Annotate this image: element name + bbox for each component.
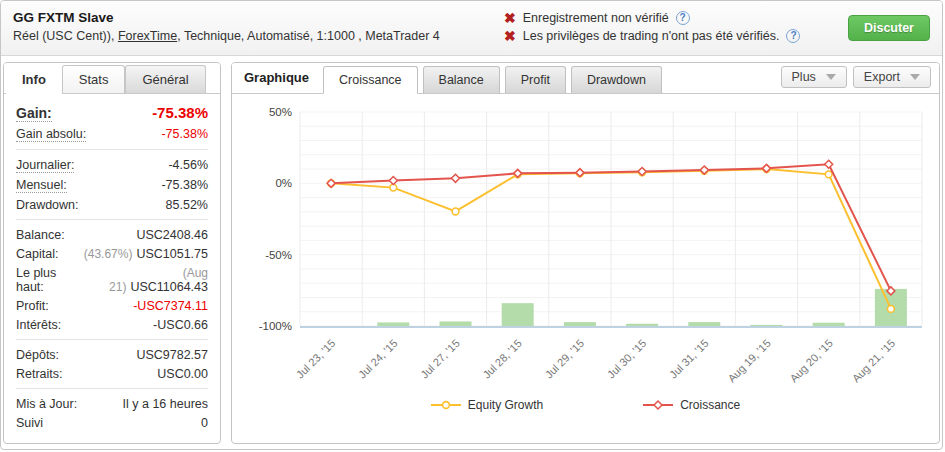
verification-text: Enregistrement non vérifié: [523, 11, 669, 25]
volume-bar[interactable]: [502, 303, 534, 326]
chart-legend: Equity GrowthCroissance: [232, 394, 939, 420]
stat-value: -75.38%: [161, 127, 208, 141]
stat-label: Dépôts:: [16, 348, 59, 362]
stat-row-highest: Le plus haut: (Aug 21)USC11064.43: [16, 263, 208, 296]
stat-value: (Aug 21)USC11064.43: [85, 266, 208, 294]
sidebar-tabs: Info Stats Général: [4, 63, 220, 94]
tab-info[interactable]: Info: [6, 66, 62, 94]
tab-drawdown[interactable]: Drawdown: [571, 66, 662, 93]
y-axis-label: -100%: [259, 320, 292, 332]
legend-item-croissance[interactable]: Croissance: [643, 398, 740, 412]
divider: [16, 149, 208, 150]
stat-row-abs-gain: Gain absolu: -75.38%: [16, 124, 208, 144]
data-point[interactable]: [825, 160, 833, 168]
tab-balance[interactable]: Balance: [423, 66, 500, 93]
stat-label: Gain:: [16, 105, 52, 122]
verification-row-registration: ✖ Enregistrement non vérifié ?: [504, 11, 800, 25]
x-axis-label: Jul 29, '15: [543, 337, 587, 381]
verification-row-trading: ✖ Les privilèges de trading n'ont pas ét…: [504, 29, 800, 43]
data-point[interactable]: [825, 171, 832, 178]
page-content: Info Stats Général Gain: -75.38% Gain ab…: [1, 56, 942, 450]
growth-chart[interactable]: 50%0%-50%-100%Jul 23, '15Jul 24, '15Jul …: [232, 102, 930, 390]
more-dropdown[interactable]: Plus: [781, 66, 847, 88]
stat-row-profit: Profit: -USC7374.11: [16, 296, 208, 315]
chart-panel: Graphique Croissance Balance Profit Draw…: [231, 62, 940, 444]
tab-stats[interactable]: Stats: [62, 65, 126, 93]
discuss-button[interactable]: Discuter: [848, 15, 930, 41]
volume-bar[interactable]: [440, 321, 472, 326]
x-axis-label: Jul 28, '15: [480, 337, 524, 381]
x-axis-label: Jul 23, '15: [294, 337, 338, 381]
account-header: GG FXTM Slave Réel (USC Cent)), ForexTim…: [1, 1, 942, 56]
stat-label: Journalier:: [16, 158, 74, 173]
stat-row-updated: Mis à Jour: Il y a 16 heures: [16, 394, 208, 413]
stat-row-monthly: Mensuel: -75.38%: [16, 175, 208, 195]
x-axis-label: Jul 31, '15: [667, 337, 711, 381]
volume-bar[interactable]: [377, 322, 409, 326]
chart-area: 50%0%-50%-100%Jul 23, '15Jul 24, '15Jul …: [232, 94, 939, 443]
help-icon[interactable]: ?: [676, 11, 690, 25]
stat-row-withdrawals: Retraits: USC0.00: [16, 364, 208, 383]
stat-value: -75.38%: [152, 104, 208, 121]
stat-value: 0: [201, 416, 208, 430]
stat-label: Gain absolu:: [16, 127, 86, 142]
stat-row-daily: Journalier: -4.56%: [16, 155, 208, 175]
legend-label: Croissance: [680, 398, 740, 412]
chevron-down-icon: [910, 74, 920, 80]
stat-row-interest: Intérêts: -USC0.66: [16, 315, 208, 334]
divider: [16, 219, 208, 220]
stat-label: Profit:: [16, 299, 49, 313]
stat-row-equity: Capital: (43.67%)USC1051.75: [16, 244, 208, 263]
x-axis-label: Jul 30, '15: [605, 337, 649, 381]
stat-value: USC2408.46: [136, 228, 208, 242]
stat-value: -4.56%: [168, 158, 208, 172]
red-x-icon: ✖: [504, 11, 516, 25]
x-axis-label: Jul 27, '15: [418, 337, 462, 381]
divider: [16, 388, 208, 389]
stat-sub-value: (43.67%): [84, 247, 133, 261]
stats-list: Gain: -75.38% Gain absolu: -75.38% Journ…: [4, 94, 220, 439]
stat-label: Le plus haut:: [16, 266, 85, 294]
red-x-icon: ✖: [504, 29, 516, 43]
account-page: GG FXTM Slave Réel (USC Cent)), ForexTim…: [0, 0, 943, 450]
help-icon[interactable]: ?: [786, 29, 800, 43]
legend-marker-icon: [431, 399, 461, 411]
tab-general[interactable]: Général: [125, 65, 205, 93]
broker-link[interactable]: ForexTime: [118, 29, 177, 43]
stat-label: Mis à Jour:: [16, 397, 77, 411]
data-point[interactable]: [888, 305, 895, 312]
tab-croissance[interactable]: Croissance: [323, 66, 418, 94]
export-dropdown[interactable]: Export: [853, 66, 931, 88]
divider: [16, 339, 208, 340]
stat-label: Mensuel:: [16, 178, 67, 193]
stat-value: USC9782.57: [136, 348, 208, 362]
legend-label: Equity Growth: [468, 398, 543, 412]
data-point[interactable]: [452, 208, 459, 215]
stat-label: Retraits:: [16, 367, 63, 381]
stat-row-gain: Gain: -75.38%: [16, 101, 208, 124]
volume-bar[interactable]: [813, 323, 845, 326]
data-point[interactable]: [452, 174, 460, 182]
legend-item-equity-growth[interactable]: Equity Growth: [431, 398, 543, 412]
x-axis-label: Aug 21, '15: [850, 337, 898, 385]
x-axis-label: Aug 20, '15: [788, 337, 836, 385]
legend-marker-icon: [643, 399, 673, 411]
stat-label: Balance:: [16, 228, 65, 242]
volume-bar[interactable]: [688, 322, 720, 326]
stat-row-balance: Balance: USC2408.46: [16, 225, 208, 244]
stat-row-deposits: Dépôts: USC9782.57: [16, 345, 208, 364]
volume-bar[interactable]: [626, 324, 658, 326]
y-axis-label: 0%: [275, 177, 292, 189]
tab-profit[interactable]: Profit: [505, 66, 566, 93]
stat-value: -75.38%: [161, 178, 208, 192]
stat-value: (43.67%)USC1051.75: [84, 247, 208, 261]
growth-chart-holder[interactable]: 50%0%-50%-100%Jul 23, '15Jul 24, '15Jul …: [232, 102, 939, 394]
chevron-down-icon: [826, 74, 836, 80]
y-axis-label: 50%: [269, 106, 292, 118]
volume-bar[interactable]: [564, 322, 596, 326]
stat-value: -USC0.66: [153, 318, 208, 332]
account-type: Réel (USC Cent)),: [13, 29, 118, 43]
volume-bar[interactable]: [751, 325, 783, 326]
stat-row-drawdown: Drawdown: 85.52%: [16, 195, 208, 214]
verification-text: Les privilèges de trading n'ont pas été …: [523, 29, 780, 43]
